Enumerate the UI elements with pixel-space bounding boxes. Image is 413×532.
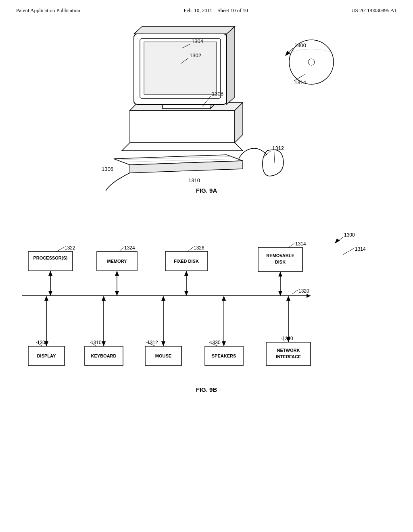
- svg-marker-91: [161, 341, 165, 346]
- svg-text:1314: 1314: [294, 79, 306, 85]
- svg-text:1300: 1300: [294, 42, 306, 48]
- svg-text:PROCESSOR(S): PROCESSOR(S): [33, 256, 68, 260]
- svg-text:REMOVABLE: REMOVABLE: [266, 253, 294, 258]
- page-header: Patent Application Publication Feb. 10, …: [0, 0, 413, 14]
- svg-line-28: [343, 248, 354, 255]
- fig9b-container: 1300 1314 PROCESSOR(S) 1322 MEMORY 1324 …: [16, 227, 397, 421]
- main-content: 1300 1304 1302 1308 1306 1310 1312: [0, 22, 413, 421]
- svg-text:KEYBOARD: KEYBOARD: [91, 353, 117, 358]
- svg-text:1300: 1300: [344, 232, 355, 238]
- header-left: Patent Application Publication: [16, 7, 80, 14]
- svg-point-8: [308, 59, 315, 65]
- svg-text:1312: 1312: [272, 145, 284, 151]
- svg-marker-93: [222, 296, 226, 301]
- svg-text:1322: 1322: [65, 245, 75, 251]
- svg-text:1320: 1320: [298, 288, 309, 294]
- svg-text:1310: 1310: [91, 340, 102, 345]
- svg-text:MOUSE: MOUSE: [155, 353, 171, 358]
- fig9b-svg: 1300 1314 PROCESSOR(S) 1322 MEMORY 1324 …: [16, 227, 395, 397]
- svg-marker-54: [115, 291, 119, 296]
- fig9b-label: FIG. 9B: [196, 386, 217, 393]
- svg-line-32: [56, 247, 64, 251]
- svg-text:1302: 1302: [190, 52, 201, 58]
- svg-text:FIXED DISK: FIXED DISK: [174, 259, 199, 264]
- svg-marker-94: [222, 341, 226, 346]
- svg-text:DISK: DISK: [275, 260, 286, 264]
- svg-rect-78: [266, 342, 311, 366]
- svg-text:1314: 1314: [355, 246, 366, 252]
- svg-line-45: [288, 243, 294, 247]
- svg-line-40: [188, 247, 193, 251]
- svg-text:NETWORK: NETWORK: [277, 348, 300, 353]
- svg-text:1324: 1324: [124, 245, 135, 251]
- svg-text:1308: 1308: [212, 91, 223, 97]
- svg-rect-29: [28, 251, 73, 271]
- svg-marker-52: [48, 271, 52, 276]
- svg-text:1330: 1330: [210, 340, 221, 345]
- svg-line-36: [119, 247, 123, 251]
- svg-marker-61: [278, 272, 282, 276]
- header-date-sheet: Feb. 10, 2011 Sheet 10 of 10: [184, 7, 248, 14]
- svg-marker-47: [307, 294, 311, 298]
- svg-marker-96: [286, 296, 290, 301]
- svg-line-49: [292, 290, 298, 294]
- fig9a-container: 1300 1304 1302 1308 1306 1310 1312: [16, 22, 397, 215]
- fig9a-svg: 1300 1304 1302 1308 1306 1310 1312: [65, 22, 348, 191]
- header-patent: US 2011/0030895 A1: [351, 7, 397, 14]
- svg-text:1312: 1312: [147, 340, 158, 345]
- svg-rect-2: [144, 42, 217, 94]
- svg-text:1314: 1314: [295, 241, 306, 247]
- svg-text:1306: 1306: [102, 166, 113, 172]
- svg-marker-55: [115, 271, 119, 276]
- svg-marker-60: [278, 291, 282, 296]
- svg-marker-51: [48, 291, 52, 296]
- svg-marker-25: [335, 239, 340, 243]
- svg-marker-58: [184, 271, 188, 276]
- svg-text:DISPLAY: DISPLAY: [37, 353, 56, 358]
- svg-marker-90: [161, 296, 165, 301]
- svg-text:1304: 1304: [192, 38, 203, 44]
- svg-marker-88: [102, 341, 106, 346]
- svg-marker-87: [102, 296, 106, 301]
- fig9a-label: FIG. 9A: [196, 187, 217, 194]
- svg-text:INTERFACE: INTERFACE: [276, 354, 301, 359]
- svg-text:1310: 1310: [188, 177, 200, 183]
- svg-marker-57: [184, 291, 188, 296]
- svg-text:1326: 1326: [194, 245, 204, 251]
- svg-text:MEMORY: MEMORY: [107, 259, 127, 264]
- svg-text:SPEAKERS: SPEAKERS: [212, 353, 236, 358]
- svg-marker-84: [44, 296, 48, 301]
